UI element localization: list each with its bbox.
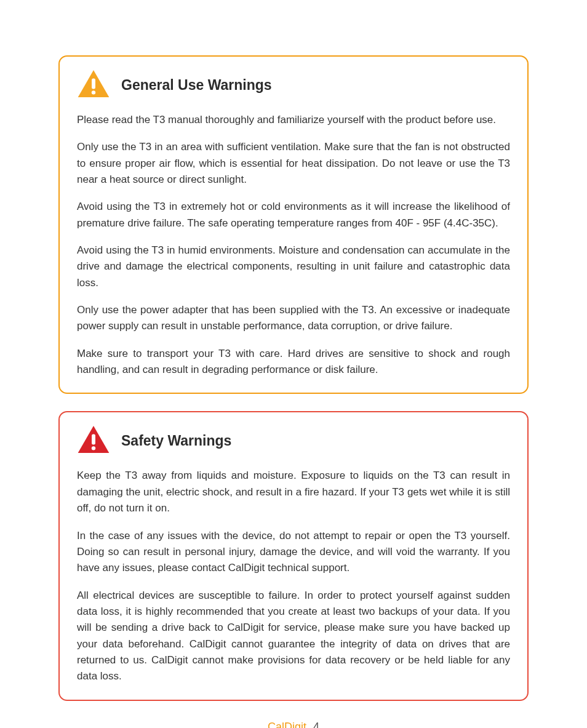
svg-point-1	[92, 90, 95, 94]
warning-section: General Use WarningsPlease read the T3 m…	[58, 55, 529, 394]
svg-rect-0	[92, 79, 95, 89]
section-title: Safety Warnings	[121, 433, 231, 449]
section-title: General Use Warnings	[121, 77, 272, 94]
footer-brand: CalDigit	[268, 721, 306, 728]
section-header: General Use Warnings	[77, 69, 510, 101]
warning-triangle-icon	[77, 69, 110, 101]
warning-paragraph: Only use the power adapter that has been…	[77, 302, 510, 335]
svg-rect-2	[92, 434, 95, 445]
warning-paragraph: Keep the T3 away from liquids and moistu…	[77, 468, 510, 516]
warning-section: Safety WarningsKeep the T3 away from liq…	[58, 411, 529, 700]
footer-page-number: 4	[313, 721, 319, 728]
warning-paragraph: Avoid using the T3 in humid environments…	[77, 242, 510, 291]
warning-paragraph: Make sure to transport your T3 with care…	[77, 346, 510, 378]
warning-paragraph: Avoid using the T3 in extremely hot or c…	[77, 199, 510, 231]
warning-paragraph: In the case of any issues with the devic…	[77, 528, 510, 577]
warning-paragraph: Only use the T3 in an area with sufficie…	[77, 139, 510, 188]
warning-paragraph: Please read the T3 manual thoroughly and…	[77, 112, 510, 128]
section-header: Safety Warnings	[77, 425, 510, 457]
page-footer: CalDigit 4	[58, 721, 529, 728]
svg-point-3	[92, 447, 95, 450]
warning-paragraph: All electrical devices are susceptible t…	[77, 588, 510, 685]
warning-triangle-icon	[77, 425, 110, 457]
